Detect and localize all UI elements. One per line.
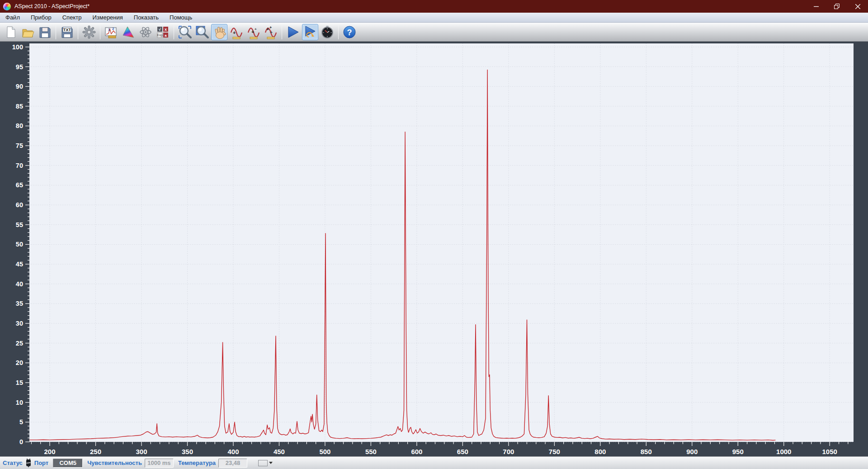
menu-spectrum[interactable]: Спектр xyxy=(57,13,87,22)
measurement-view-button[interactable]: 1 2 xyxy=(103,24,119,40)
temperature-value-field[interactable]: 23,48 xyxy=(218,459,247,468)
flag-stripe-red xyxy=(259,464,267,466)
pan-hand-icon xyxy=(212,25,226,39)
x-axis-label: 900 xyxy=(686,448,698,455)
svg-text:TXT: TXT xyxy=(63,28,71,32)
math-functions-button[interactable]: √ x Exp a xyxy=(155,24,171,40)
x-axis-label: 200 xyxy=(44,448,56,455)
toolbar-separator xyxy=(78,25,78,39)
x-axis-label: 250 xyxy=(90,448,101,455)
toolbar-separator xyxy=(282,25,282,39)
y-axis-label: 80 xyxy=(16,122,23,129)
x-axis-label: 700 xyxy=(503,448,514,455)
y-axis-label: 20 xyxy=(16,359,23,366)
status-bar: Статус Порт COM5 Чувствительность 1000 m… xyxy=(0,456,868,469)
svg-text:x: x xyxy=(165,27,167,32)
x-axis-label: 400 xyxy=(227,448,239,455)
timer-button[interactable] xyxy=(319,24,335,40)
stopwatch-icon xyxy=(320,25,335,39)
wave-double-plus-icon: + + + xyxy=(264,25,278,39)
y-axis-label: 45 xyxy=(16,261,23,268)
atom-analysis-button[interactable] xyxy=(137,24,154,40)
menu-show[interactable]: Показать xyxy=(128,13,164,22)
export-txt-icon: TXT xyxy=(60,25,74,39)
x-axis-label: 850 xyxy=(641,448,652,455)
language-dropdown-arrow[interactable] xyxy=(269,462,273,464)
minimize-icon xyxy=(814,4,819,9)
continuous-measurement-button[interactable] xyxy=(302,24,318,40)
export-txt-button[interactable]: TXT xyxy=(59,24,75,40)
plot-area[interactable] xyxy=(29,43,854,442)
port-label: Порт xyxy=(34,460,48,466)
device-status-icon xyxy=(25,459,32,467)
new-document-button[interactable] xyxy=(2,24,19,40)
y-axis-label: 75 xyxy=(16,142,23,149)
y-axis-label: 30 xyxy=(16,320,23,327)
port-value-field[interactable]: COM5 xyxy=(53,459,83,468)
minimize-button[interactable] xyxy=(806,0,826,13)
svg-text:+: + xyxy=(251,29,254,34)
x-axis-label: 950 xyxy=(732,448,744,455)
y-axis-label: 15 xyxy=(16,379,23,386)
svg-text:√: √ xyxy=(159,27,161,32)
wave-plus-ref-icon: + + xyxy=(246,25,261,39)
close-icon xyxy=(855,4,860,9)
spectrum-chart[interactable]: 0510152025303540455055606570758085909510… xyxy=(0,42,868,456)
measurement-chart-icon: 1 2 xyxy=(104,25,118,39)
restore-button[interactable] xyxy=(826,0,847,13)
y-axis-label: 50 xyxy=(16,241,23,248)
save-floppy-icon xyxy=(38,25,52,39)
app-logo-icon xyxy=(3,3,11,10)
x-axis-label: 600 xyxy=(411,448,422,455)
svg-text:+: + xyxy=(270,30,273,35)
language-flag-russia[interactable] xyxy=(258,460,268,466)
svg-text:1: 1 xyxy=(108,28,110,32)
x-axis-label: 650 xyxy=(457,448,468,455)
svg-text:?: ? xyxy=(347,28,352,37)
y-axis-label: 65 xyxy=(16,181,23,189)
x-axis-label: 1000 xyxy=(776,448,791,455)
math-functions-icon: √ x Exp a xyxy=(156,25,170,39)
atom-icon xyxy=(138,25,153,39)
y-axis-label: 85 xyxy=(16,103,23,110)
menu-instrument[interactable]: Прибор xyxy=(25,13,57,22)
color-measurement-button[interactable] xyxy=(120,24,137,40)
add-reference-spectrum-button[interactable]: + + xyxy=(245,24,262,40)
help-icon: ? xyxy=(342,25,357,39)
svg-text:Exp: Exp xyxy=(157,33,162,37)
zoom-area-icon xyxy=(195,25,209,39)
close-button[interactable] xyxy=(847,0,868,13)
menu-measurements[interactable]: Измерения xyxy=(87,13,128,22)
add-spectrum-button[interactable]: + xyxy=(228,24,245,40)
sensitivity-label: Чувствительность xyxy=(87,460,142,466)
new-document-icon xyxy=(4,25,17,39)
save-button[interactable] xyxy=(37,24,53,40)
sensitivity-value-field[interactable]: 1000 ms xyxy=(145,459,174,468)
y-axis-label: 55 xyxy=(16,221,23,228)
y-axis-label: 100 xyxy=(12,43,23,51)
add-dark-spectrum-button[interactable]: + + + xyxy=(263,24,279,40)
zoom-button[interactable] xyxy=(177,24,193,40)
zoom-area-button[interactable] xyxy=(194,24,210,40)
settings-button[interactable] xyxy=(81,24,97,40)
pan-tool-button[interactable] xyxy=(211,24,227,40)
zoom-magnifier-icon xyxy=(178,25,192,39)
toolbar-separator xyxy=(56,25,56,39)
y-axis-label: 35 xyxy=(16,300,23,307)
toolbar-separator xyxy=(174,25,174,39)
menu-file[interactable]: Файл xyxy=(0,13,25,22)
y-axis-label: 10 xyxy=(16,399,23,406)
x-axis-label: 300 xyxy=(136,448,147,455)
open-file-button[interactable] xyxy=(19,24,36,40)
svg-text:2: 2 xyxy=(112,27,114,31)
svg-text:+: + xyxy=(269,25,272,30)
menu-bar: Файл Прибор Спектр Измерения Показать По… xyxy=(0,13,868,23)
svg-text:+: + xyxy=(266,26,269,32)
menu-help[interactable]: Помощь xyxy=(164,13,198,22)
help-button[interactable]: ? xyxy=(341,24,358,40)
play-repeat-icon xyxy=(303,25,317,39)
title-bar: ASpect 2010 - ASpectProject* xyxy=(0,0,868,13)
x-axis-label: 750 xyxy=(549,448,560,455)
color-gamut-icon xyxy=(122,25,135,39)
start-measurement-button[interactable] xyxy=(285,24,301,40)
